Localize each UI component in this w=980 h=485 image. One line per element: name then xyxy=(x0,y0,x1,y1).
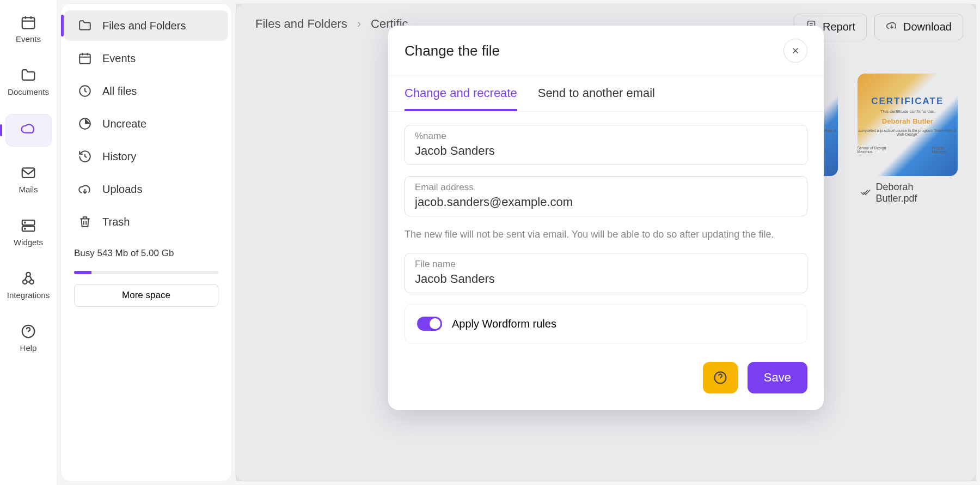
name-input[interactable] xyxy=(415,144,797,158)
file-thumbnail: CERTIFICATEThis certificate confirms tha… xyxy=(857,74,958,176)
sidebar: Files and Folders Events All files Uncre… xyxy=(60,3,232,482)
rail-widgets[interactable]: Widgets xyxy=(5,211,52,252)
modal-tabs: Change and recreate Send to another emai… xyxy=(388,76,824,112)
file-name-label: Deborah Butler.pdf xyxy=(876,181,956,204)
wordform-toggle-row: Apply Wordform rules xyxy=(405,304,807,343)
more-space-button[interactable]: More space xyxy=(74,284,218,307)
modal-help-button[interactable] xyxy=(703,362,738,393)
rail-cloud[interactable] xyxy=(5,114,52,147)
trash-icon xyxy=(77,214,93,229)
clock-icon xyxy=(77,83,93,99)
filename-input[interactable] xyxy=(415,272,797,286)
side-history[interactable]: History xyxy=(64,141,228,172)
side-trash[interactable]: Trash xyxy=(64,207,228,237)
tab-send-email[interactable]: Send to another email xyxy=(538,76,655,111)
email-hint: The new file will not be sent via email.… xyxy=(405,227,807,242)
rail-help[interactable]: Help xyxy=(5,317,52,358)
storage-bar xyxy=(74,271,218,274)
svg-point-4 xyxy=(24,222,26,223)
email-input[interactable] xyxy=(415,195,797,209)
folder-icon xyxy=(77,18,93,33)
tab-change-recreate[interactable]: Change and recreate xyxy=(405,76,517,111)
rail-documents[interactable]: Documents xyxy=(5,61,52,102)
download-button[interactable]: Download xyxy=(874,14,963,40)
pie-icon xyxy=(77,116,93,131)
help-icon xyxy=(20,323,37,340)
webhook-icon xyxy=(20,270,37,287)
svg-point-5 xyxy=(24,228,26,229)
modal-title: Change the file xyxy=(405,43,500,59)
folder-icon xyxy=(20,66,37,84)
side-files-folders[interactable]: Files and Folders xyxy=(64,10,228,41)
file-card[interactable]: CERTIFICATEThis certificate confirms tha… xyxy=(857,74,958,210)
sent-icon xyxy=(860,186,871,200)
svg-rect-10 xyxy=(79,54,90,63)
mail-icon xyxy=(20,164,37,181)
history-icon xyxy=(77,149,93,164)
filename-field[interactable]: File name xyxy=(405,253,807,293)
download-cloud-icon xyxy=(77,181,93,197)
email-field[interactable]: Email address xyxy=(405,176,807,216)
name-field[interactable]: %name xyxy=(405,125,807,165)
svg-rect-0 xyxy=(22,17,35,28)
svg-point-7 xyxy=(30,280,34,284)
save-button[interactable]: Save xyxy=(748,362,807,393)
cloud-icon xyxy=(20,120,37,137)
wordform-toggle[interactable] xyxy=(417,317,442,331)
calendar-icon xyxy=(20,14,37,31)
rail-mails[interactable]: Mails xyxy=(5,159,52,199)
server-icon xyxy=(20,217,37,234)
storage-text: Busy 543 Mb of 5.00 Gb xyxy=(61,239,231,263)
svg-point-6 xyxy=(23,280,27,284)
side-events[interactable]: Events xyxy=(64,43,228,74)
change-file-modal: Change the file Change and recreate Send… xyxy=(388,26,824,410)
rail-integrations[interactable]: Integrations xyxy=(5,264,52,305)
help-icon xyxy=(713,370,728,385)
close-icon xyxy=(791,46,800,56)
side-uploads[interactable]: Uploads xyxy=(64,174,228,204)
left-rail: Events Documents Mails Widgets Integrati… xyxy=(0,0,57,485)
file-name-row: Deborah Butler.pdf xyxy=(857,176,958,210)
svg-rect-1 xyxy=(22,168,35,178)
side-uncreate[interactable]: Uncreate xyxy=(64,108,228,139)
rail-events[interactable]: Events xyxy=(5,8,52,49)
download-icon xyxy=(886,20,898,34)
calendar-icon xyxy=(77,51,93,66)
close-button[interactable] xyxy=(783,39,807,63)
side-all-files[interactable]: All files xyxy=(64,76,228,106)
main-panel: Files and Folders › Certific… Report Dow… xyxy=(235,3,977,482)
